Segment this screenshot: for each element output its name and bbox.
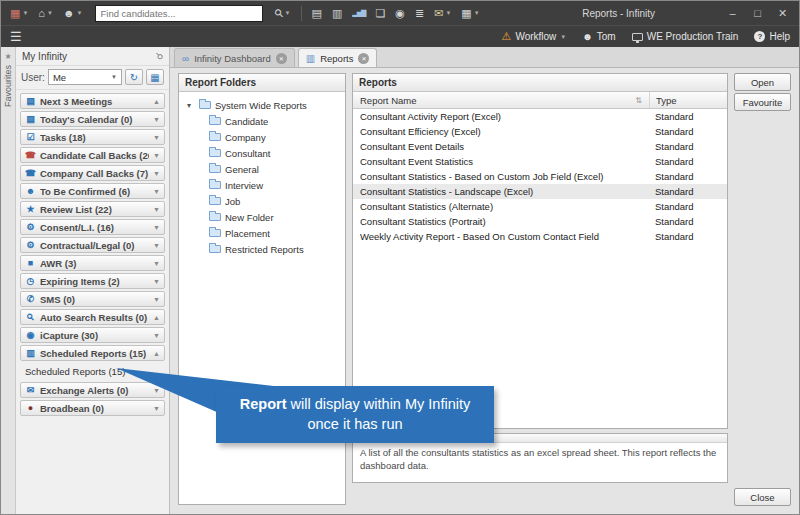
chevron-down-icon[interactable]: ▼ [153,387,160,394]
report-row[interactable]: Consultant Statistics - Based on Custom … [353,169,727,184]
search-menu-button[interactable]: ⚲ ▼ [271,5,295,22]
home-button[interactable]: ⌂ ▼ [34,5,57,21]
logged-in-user[interactable]: ☻ Tom [582,31,615,42]
sidebar-item-sms[interactable]: ✆ SMS (0) ▼ [20,291,165,307]
column-type[interactable]: Type [649,92,727,108]
hamburger-menu-icon[interactable]: ☰ [10,29,22,44]
chevron-down-icon[interactable]: ▼ [153,332,160,339]
chevron-down-icon[interactable]: ▼ [153,260,160,267]
report-row[interactable]: Consultant Statistics (Alternate) Standa… [353,199,727,214]
tree-node-restricted-reports[interactable]: Restricted Reports [183,241,341,257]
documents-button[interactable]: ≣ [411,5,428,22]
sidebar-item-candidate-call-backs[interactable]: ☎ Candidate Call Backs (26) ▼ [20,147,165,163]
report-row[interactable]: Consultant Event Details Standard [353,139,727,154]
tree-node-interview[interactable]: Interview [183,177,341,193]
sidebar-item-to-be-confirmed[interactable]: ☻ To Be Confirmed (6) ▼ [20,183,165,199]
tree-node-candidate[interactable]: Candidate [183,113,341,129]
preview-button[interactable]: ◉ [391,5,409,22]
sidebar-item-todays-calendar[interactable]: ▤ Today's Calendar (0) ▼ [20,111,165,127]
sidebar-item-tasks[interactable]: ☑ Tasks (18) ▼ [20,129,165,145]
tree-node-job[interactable]: Job [183,193,341,209]
chevron-up-icon[interactable]: ▲ [153,98,160,105]
close-window-button[interactable]: ✕ [771,3,794,23]
tree-node-system-wide-reports[interactable]: ▾ System Wide Reports [183,97,341,113]
app-menu-button[interactable]: ▦ ▼ [6,5,32,22]
folder-icon [209,245,221,253]
favourite-button[interactable]: Favourite [734,93,791,111]
chevron-up-icon[interactable]: ▲ [153,350,160,357]
close-tab-icon[interactable]: ✕ [358,53,369,64]
expand-arrow-icon[interactable]: ▾ [187,101,195,110]
tree-node-placement[interactable]: Placement [183,225,341,241]
chevron-down-icon[interactable]: ▼ [153,152,160,159]
mail-menu-button[interactable]: ✉ ▼ [430,5,455,22]
grid-icon: ▦ [461,7,471,20]
report-row[interactable]: Consultant Statistics (Portrait) Standar… [353,214,727,229]
close-tab-icon[interactable]: ✕ [276,53,287,64]
chevron-down-icon[interactable]: ▼ [153,188,160,195]
tab-infinity-dashboard[interactable]: ∞ Infinity Dashboard ✕ [174,48,295,67]
sidebar-item-auto-search-results[interactable]: ⚲ Auto Search Results (0) ▲ [20,309,165,325]
report-row-selected[interactable]: Consultant Statistics - Landscape (Excel… [353,184,727,199]
scheduled-reports-expanded-item[interactable]: Scheduled Reports (15) [20,363,165,380]
sidebar-item-exchange-alerts[interactable]: ✉ Exchange Alerts (0) ▼ [20,382,165,398]
sidebar-item-awr[interactable]: ■ AWR (3) ▼ [20,255,165,271]
chevron-up-icon[interactable]: ▲ [153,314,160,321]
chevron-down-icon[interactable]: ▼ [153,242,160,249]
sidebar-item-contractual-legal[interactable]: ⚙ Contractual/Legal (0) ▼ [20,237,165,253]
report-row[interactable]: Consultant Activity Report (Excel) Stand… [353,109,727,124]
sidebar-item-review-list[interactable]: ★ Review List (22) ▼ [20,201,165,217]
more-tools-button[interactable]: ▦ ▼ [457,5,483,22]
sidebar-item-consent[interactable]: ⚙ Consent/L.I. (16) ▼ [20,219,165,235]
person-icon: ☻ [63,7,75,19]
sort-icon[interactable]: ⇅ [635,96,642,105]
chevron-down-icon[interactable]: ▼ [153,405,160,412]
tree-node-consultant[interactable]: Consultant [183,145,341,161]
tab-label: Reports [320,53,353,64]
expand-button[interactable]: ❏ [371,5,389,22]
configure-button[interactable]: ▦ [146,69,164,85]
sidebar-item-icapture[interactable]: ◉ iCapture (30) ▼ [20,327,165,343]
calendar-button[interactable]: ▤ [308,5,326,22]
folder-tree: ▾ System Wide Reports Candidate Company [179,92,345,262]
chevron-down-icon[interactable]: ▼ [153,224,160,231]
my-infinity-header: My Infinity ⚲ [16,47,169,66]
dashboard-button[interactable]: ▂▅▇ [348,7,369,19]
tab-reports[interactable]: ▥ Reports ✕ [298,48,378,67]
open-button[interactable]: Open [734,73,791,91]
person-icon: ☻ [25,186,36,196]
user-select[interactable]: Me ▼ [48,69,122,85]
tree-node-new-folder[interactable]: New Folder [183,209,341,225]
chevron-down-icon[interactable]: ▼ [153,170,160,177]
chevron-down-icon[interactable]: ▼ [153,296,160,303]
sidebar-item-company-call-backs[interactable]: ☎ Company Call Backs (7) ▼ [20,165,165,181]
chevron-down-icon[interactable]: ▼ [153,116,160,123]
profile-menu-button[interactable]: ☻ ▼ [59,5,87,21]
tree-node-company[interactable]: Company [183,129,341,145]
favourites-strip[interactable]: ★ Favourites [1,47,16,514]
search-input[interactable] [95,5,263,22]
report-row[interactable]: Consultant Efficiency (Excel) Standard [353,124,727,139]
chevron-down-icon[interactable]: ▼ [153,134,160,141]
app-logo-icon: ▦ [10,7,20,20]
tree-node-general[interactable]: General [183,161,341,177]
maximize-button[interactable]: □ [746,3,769,23]
report-row[interactable]: Weekly Activity Report - Based On Custom… [353,229,727,244]
refresh-button[interactable]: ↻ [125,69,143,85]
workflow-menu[interactable]: ⚠ Workflow ▼ [502,30,567,43]
sidebar-item-broadbean[interactable]: ● Broadbean (0) ▼ [20,400,165,416]
column-report-name[interactable]: Report Name ⇅ [353,95,649,106]
sidebar-item-scheduled-reports[interactable]: ▥ Scheduled Reports (15) ▲ [20,345,165,361]
report-row[interactable]: Consultant Event Statistics Standard [353,154,727,169]
sidebar-item-expiring-items[interactable]: ◷ Expiring Items (2) ▼ [20,273,165,289]
environment-indicator[interactable]: WE Production Train [632,31,739,42]
chevron-down-icon[interactable]: ▼ [153,206,160,213]
help-button[interactable]: ? Help [754,31,790,42]
minimize-button[interactable]: – [721,3,744,23]
chevron-down-icon[interactable]: ▼ [153,278,160,285]
pin-icon[interactable]: ⚲ [154,50,166,62]
close-button[interactable]: Close [734,488,791,506]
contacts-button[interactable]: ▥ [328,5,346,22]
sidebar-item-next-3-meetings[interactable]: ▤ Next 3 Meetings ▲ [20,93,165,109]
reports-list-panel: Reports Report Name ⇅ Type Consulta [352,73,728,429]
